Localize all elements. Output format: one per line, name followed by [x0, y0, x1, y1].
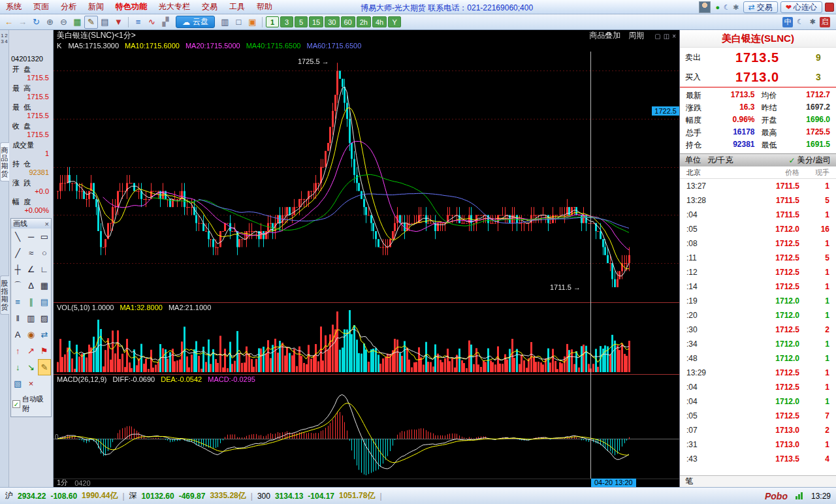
panel-icon[interactable]: ▥ [218, 16, 232, 29]
arrow-down-tool-icon[interactable]: ↓ [11, 359, 24, 375]
print-icon[interactable]: ▤ [98, 16, 112, 29]
kline-style-icon[interactable]: ▦ [71, 16, 84, 29]
refresh-icon[interactable]: ↻ [29, 16, 43, 29]
arrow-up-tool-icon[interactable]: ↑ [11, 343, 24, 359]
trade-button[interactable]: ⇄ 交易 [743, 1, 778, 13]
zoom-out-icon[interactable]: ⊖ [57, 16, 71, 29]
index-quote-sz[interactable]: 深10132.60-469.873335.28亿 [129, 490, 246, 501]
tick-row[interactable]: 13:281711.55 [680, 193, 836, 208]
right-angle-line-tool-icon[interactable]: ∟ [38, 261, 51, 277]
arc-tool-icon[interactable]: ⌒ [11, 277, 24, 294]
auto-snap-toggle[interactable]: ✓ 自动吸附 [11, 392, 51, 417]
tick-row[interactable]: :051712.016 [680, 222, 836, 236]
ask-row[interactable]: 卖出 1713.5 9 [680, 48, 836, 67]
tick-row[interactable]: 13:271711.51 [680, 179, 836, 193]
arrow-up-right-tool-icon[interactable]: ↗ [24, 343, 37, 359]
arrow-down-right-tool-icon[interactable]: ↘ [24, 359, 37, 375]
grid-lines-tool-icon[interactable]: ▦ [38, 277, 51, 294]
ime-moon-icon[interactable]: ☾ [795, 17, 805, 27]
speed-lines-tool-icon[interactable]: ▨ [38, 310, 51, 326]
menu-trade[interactable]: 交易 [196, 0, 223, 14]
tick-row[interactable]: :041712.51 [680, 380, 836, 394]
tick-row[interactable]: :301712.52 [680, 323, 836, 337]
ime-launch-icon[interactable]: 启 [820, 17, 830, 27]
menu-tools[interactable]: 工具 [223, 0, 251, 14]
draw-pencil-icon[interactable]: ✎ [84, 16, 98, 29]
tick-row[interactable]: :121712.51 [680, 265, 836, 279]
zoom-in-icon[interactable]: ⊕ [43, 16, 57, 29]
cycle-lines-tool-icon[interactable]: ▥ [24, 310, 37, 326]
fib-retracement-tool-icon[interactable]: ≡ [11, 294, 24, 310]
close-window-icon[interactable]: × [672, 33, 676, 40]
globe-tool-tool-icon[interactable]: ◉ [24, 326, 37, 343]
period-button-15[interactable]: 15 [309, 16, 323, 27]
menu-system[interactable]: 系统 [0, 0, 27, 14]
funnel-icon[interactable]: ▼ [112, 16, 125, 29]
tick-row[interactable]: :481712.01 [680, 351, 836, 366]
unit-alt-label[interactable]: 美分/盎司 [797, 155, 831, 166]
tick-row[interactable]: :191712.01 [680, 294, 836, 308]
window-icon[interactable]: □ [232, 16, 246, 29]
menu-analysis[interactable]: 分析 [55, 0, 82, 14]
trend-line-tool-icon[interactable]: ╲ [11, 228, 24, 245]
parallel-channel-tool-icon[interactable]: ∥ [24, 294, 37, 310]
ask-price[interactable]: 1713.5 [709, 50, 806, 65]
tick-row[interactable]: :141712.51 [680, 279, 836, 294]
tick-row[interactable]: :341712.01 [680, 337, 836, 351]
flick-icon[interactable]: ▞ [159, 16, 172, 29]
period-button-2h[interactable]: 2h [357, 16, 371, 27]
menu-everbright-column[interactable]: 光大专栏 [153, 0, 196, 14]
red-tray-icon[interactable] [825, 3, 834, 12]
alert-icon[interactable]: ▣ [246, 16, 259, 29]
text-tool-tool-icon[interactable]: A [11, 326, 24, 343]
angle-line-tool-icon[interactable]: ∠ [24, 261, 37, 277]
period-button-5[interactable]: 5 [295, 16, 308, 27]
tick-tab-label[interactable]: 笔 [685, 476, 693, 487]
trend-icon[interactable]: ∿ [145, 16, 159, 29]
menu-special-features[interactable]: 特色功能 [110, 0, 153, 14]
auto-snap-checkbox[interactable]: ✓ [12, 400, 20, 408]
tick-row[interactable]: :071713.02 [680, 423, 836, 437]
ime-wrench-icon[interactable]: ✱ [807, 17, 818, 27]
wave-line-tool-icon[interactable]: ≈ [24, 245, 37, 261]
tick-row[interactable]: :111712.55 [680, 251, 836, 265]
tick-row[interactable]: :041711.51 [680, 208, 836, 222]
horizontal-line-tool-icon[interactable]: ─ [24, 228, 37, 245]
nav-back-icon[interactable]: ← [2, 16, 16, 29]
moon-icon[interactable]: ☾ [722, 3, 732, 12]
tab-commodity-futures[interactable]: 商品期货 [0, 142, 9, 181]
bid-price[interactable]: 1713.0 [709, 70, 806, 85]
menu-news[interactable]: 新闻 [82, 0, 110, 14]
rectangle-tool-icon[interactable]: ▭ [38, 228, 51, 245]
gann-lines-tool-icon[interactable]: ▤ [38, 294, 51, 310]
erase-tool-tool-icon[interactable]: × [24, 375, 37, 392]
shade-tool-tool-icon[interactable]: ▧ [11, 375, 24, 392]
unit-row[interactable]: 单位 元/千克 ✓ 美分/盎司 [680, 153, 836, 166]
tick-row[interactable]: :081712.51 [680, 236, 836, 251]
period-menu-button[interactable]: 周期 [628, 30, 644, 41]
page-layout-grid[interactable]: 1234 [1, 33, 8, 44]
settings-icon[interactable]: ✱ [732, 3, 741, 12]
tick-row[interactable]: :431713.54 [680, 452, 836, 466]
tick-row[interactable]: :051712.57 [680, 409, 836, 423]
tick-row[interactable]: :041712.01 [680, 394, 836, 409]
drawing-toolbar-close-icon[interactable]: × [45, 220, 49, 228]
nav-forward-icon[interactable]: → [16, 16, 29, 29]
overlay-button[interactable]: 商品叠加 [589, 30, 620, 41]
period-button-60[interactable]: 60 [341, 16, 355, 27]
index-quote-hs300[interactable]: 3003134.13-104.171051.78亿 [257, 490, 376, 501]
ellipse-tool-icon[interactable]: ○ [38, 245, 51, 261]
swap-tool-tool-icon[interactable]: ⇄ [38, 326, 51, 343]
list-icon[interactable]: ≡ [131, 16, 145, 29]
tab-stock-index-futures[interactable]: 股指期货 [0, 276, 9, 315]
restore-window-icon[interactable]: ▢ [654, 33, 660, 40]
ime-lang-icon[interactable]: 中 [782, 17, 793, 27]
ray-line-tool-icon[interactable]: ╱ [11, 245, 24, 261]
menu-page[interactable]: 页面 [27, 0, 55, 14]
online-status-icon[interactable]: ● [713, 3, 722, 11]
period-button-30[interactable]: 30 [325, 16, 339, 27]
pencil-tool-tool-icon[interactable]: ✎ [38, 359, 51, 375]
user-avatar[interactable] [699, 1, 711, 13]
tick-row[interactable]: :201712.01 [680, 308, 836, 323]
kline-chart-canvas[interactable] [54, 30, 679, 487]
